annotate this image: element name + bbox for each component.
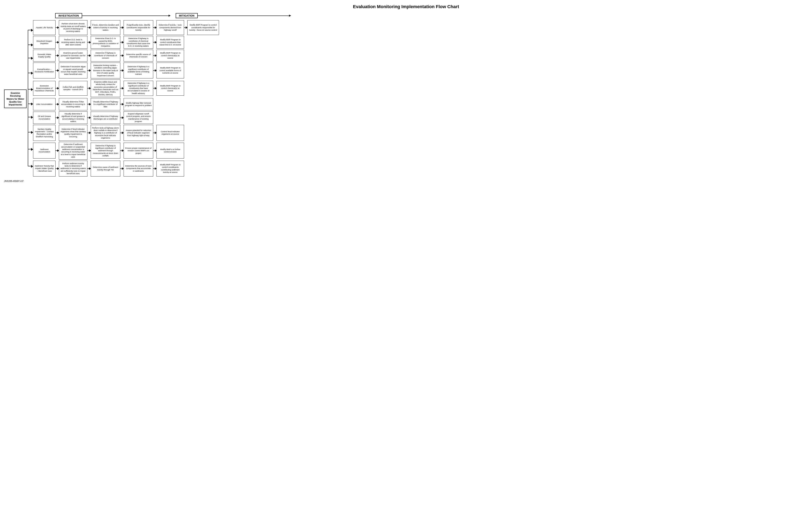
flow-row: Sediment AccumulationDetermine if sedime… xyxy=(33,142,219,160)
box-domestic-water-col3: Determine if highway is contributor of c… xyxy=(91,50,120,61)
flow-row: Eutrophication – Excessive Fertilization… xyxy=(33,62,219,79)
box-sediment-toxicity-col1: Sediment Toxicity that Impairs Water Qua… xyxy=(33,161,56,177)
arrow-7-4 xyxy=(153,133,156,133)
arrow-4-3 xyxy=(120,88,124,88)
arrow-7-2 xyxy=(87,133,91,133)
box-dissolved-oxygen-col2: Perform D.O. tests in receiving waters d… xyxy=(59,36,87,49)
flow-row: Domestic Water Supply QualityExamine gro… xyxy=(33,50,219,61)
box-sediment-accum-col4: Ensure proper maintenance of erosion con… xyxy=(124,143,153,159)
arrow-8-4 xyxy=(153,150,156,151)
arrow-6-3 xyxy=(120,117,124,118)
box-sediment-accum-col2: Determine if sediment accumulation or su… xyxy=(59,142,87,160)
flow-row: Litter AccumulationVisually determine if… xyxy=(33,98,219,110)
arrow-8-2 xyxy=(87,150,91,151)
flow-row: Oil and Grease AccumulationVisually dete… xyxy=(33,111,219,124)
box-oil-grease-col4: Expand oil/grease runoff control program… xyxy=(124,111,153,124)
flow-row: Sanitary Quality Impairment – Contact Re… xyxy=(33,125,219,141)
box-dissolved-oxygen-col1: Dissolved Oxygen Depletion xyxy=(33,36,56,49)
box-dissolved-oxygen-col3: Determine if low D.O. is caused by BOD, … xyxy=(91,36,120,49)
arrow-1-3 xyxy=(120,42,124,42)
box-aquatic-life-toxicity-col4: If significantly toxic, Identify constit… xyxy=(124,20,153,35)
box-eutrophication-col2: Determine if excessive algae or aquatic … xyxy=(59,62,87,79)
investigation-header: INVESTIGATION xyxy=(55,13,82,18)
arrow-9-2 xyxy=(87,168,91,169)
box-aquatic-life-toxicity-col6: Modify BMP Program to control constituen… xyxy=(187,20,219,35)
arrow-3-4 xyxy=(153,70,156,71)
box-sediment-toxicity-col5: Modify BMP Program to control constituen… xyxy=(156,161,184,177)
box-litter-col3: Visually determine if highway is a signi… xyxy=(91,98,120,110)
arrow-3-1 xyxy=(56,70,59,71)
box-aquatic-life-toxicity-col2: Perform short-term chronic toxicity test… xyxy=(59,20,87,35)
arrow-9-4 xyxy=(153,168,156,169)
box-oil-grease-col2: Visually determine if significant oil an… xyxy=(59,111,87,124)
arrow-6-1 xyxy=(56,117,59,118)
box-litter-col2: Visually determine if litter accumulatio… xyxy=(59,98,87,110)
box-litter-col1: Litter Accumulation xyxy=(33,98,56,110)
left-box: Examine Receiving Waters for Water Quali… xyxy=(4,89,27,108)
page-title: Evaluation Monitoring Implementation Flo… xyxy=(4,4,808,9)
arrow-0-4 xyxy=(153,27,156,28)
box-eutrophication-col4: Determine if highway is a significant co… xyxy=(124,62,153,79)
arrow-1-1 xyxy=(56,42,59,42)
box-eutrophication-col1: Eutrophication – Excessive Fertilization xyxy=(33,62,56,79)
box-eutrophication-col3: Determine limiting nutrient – condition … xyxy=(91,62,120,79)
arrow-8-1 xyxy=(56,150,59,151)
chart-container: INVESTIGATION ▶ MITIGATION ▶ Examine Rec… xyxy=(4,13,808,182)
flow-row: Aquatic Life ToxicityPerform short-term … xyxy=(33,20,219,35)
arrow-6-2 xyxy=(87,117,91,118)
box-sanitary-col5: Control fecal indicator organisms at sou… xyxy=(156,125,184,141)
box-sanitary-col2: Determine if fecal indicator organisms s… xyxy=(59,125,87,141)
arrow-3-2 xyxy=(87,70,91,71)
box-eutrophication-col5: Modify BMP Program to control available … xyxy=(156,62,184,79)
box-domestic-water-col4: Determine specific source of chemicals o… xyxy=(124,50,153,61)
footnote: JN31395-4556R 5-97 xyxy=(4,180,808,182)
arrow-4-4 xyxy=(153,88,156,88)
arrow-5-1 xyxy=(56,104,59,105)
box-bioaccumulation-col4: Determine if highway is a significant co… xyxy=(124,81,153,96)
arrow-4-1 xyxy=(56,88,59,88)
arrow-5-3 xyxy=(120,104,124,105)
box-domestic-water-col2: Examine ground water pumped for domestic… xyxy=(59,50,87,61)
arrow-4-2 xyxy=(87,88,91,88)
arrow-3-3 xyxy=(120,70,124,71)
arrow-2-1 xyxy=(56,55,59,56)
box-aquatic-life-toxicity-col3: If toxic, determine duration and extent … xyxy=(91,20,120,35)
arrow-9-1 xyxy=(56,168,59,169)
box-sediment-accum-col1: Sediment Accumulation xyxy=(33,143,56,159)
box-dissolved-oxygen-col4: Determine if highway is contributor of c… xyxy=(124,36,153,49)
arrow-0-5 xyxy=(184,27,187,28)
arrow-0-3 xyxy=(120,27,124,28)
arrow-1-4 xyxy=(153,42,156,42)
box-sediment-accum-col5: Modify BMP's to further control erosion xyxy=(156,143,184,159)
arrow-7-3 xyxy=(120,133,124,133)
arrow-1-2 xyxy=(87,42,91,42)
arrow-5-2 xyxy=(87,104,91,105)
arrow-0-2 xyxy=(87,27,91,28)
box-aquatic-life-toxicity-col1: Aquatic Life Toxicity xyxy=(33,20,56,35)
arrow-7-1 xyxy=(56,133,59,133)
box-bioaccumulation-col2: Collect fish and shellfish samples - con… xyxy=(59,81,87,96)
flow-row: Sediment Toxicity that Impairs Water Qua… xyxy=(33,161,219,177)
arrow-8-3 xyxy=(120,150,124,151)
arrow-2-2 xyxy=(87,55,91,56)
box-dissolved-oxygen-col5: Modify BMP Program to control constituen… xyxy=(156,36,184,49)
box-litter-col4: Modify highway litter removal program to… xyxy=(124,98,153,110)
box-sediment-accum-col3: Determine if highway is significant cont… xyxy=(91,143,120,159)
arrow-2-4 xyxy=(153,55,156,56)
box-domestic-water-col5: Modify BMP Program to control chemical(s… xyxy=(156,50,184,61)
box-bioaccumulation-col1: Excessive Bioaccumulation of Hazardous C… xyxy=(33,81,56,96)
box-domestic-water-col1: Domestic Water Supply Quality xyxy=(33,50,56,61)
box-bioaccumulation-col3: Examine edible tissue and whole body con… xyxy=(91,80,120,97)
mitigation-header: MITIGATION xyxy=(176,13,198,18)
box-aquatic-life-toxicity-col5: Determine if toxicity – toxic components… xyxy=(156,20,184,35)
box-sediment-toxicity-col4: Determine the sources of toxic component… xyxy=(124,161,153,177)
box-bioaccumulation-col5: Modify BMP Program to control chemical(s… xyxy=(156,81,184,96)
box-sanitary-col1: Sanitary Quality Impairment – Contact Re… xyxy=(33,125,56,141)
arrow-9-3 xyxy=(120,168,124,169)
box-sediment-toxicity-col3: Determine cause of sediment toxicity thr… xyxy=(91,161,120,177)
box-sediment-toxicity-col2: Perform sediment toxicity tests to deter… xyxy=(59,161,87,177)
box-sanitary-col4: Assess potential for reduction of fecal … xyxy=(124,125,153,141)
box-oil-grease-col3: Visually determine if highway discharges… xyxy=(91,112,120,124)
box-sanitary-col3: Perform tests at highway storm drain out… xyxy=(91,125,120,141)
arrow-2-3 xyxy=(120,55,124,56)
